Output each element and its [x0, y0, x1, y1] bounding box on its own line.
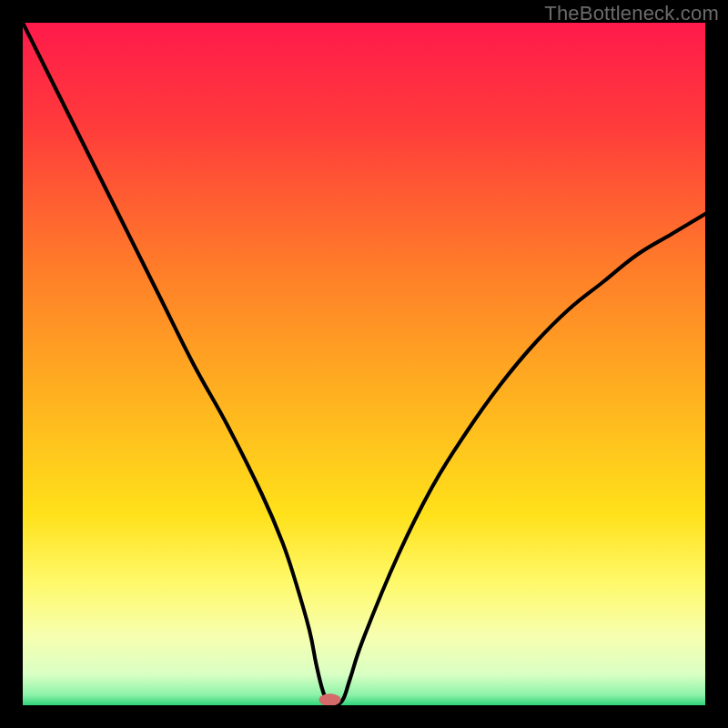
plot-area: [23, 23, 705, 705]
gradient-background: [23, 23, 705, 705]
chart-frame: TheBottleneck.com: [0, 0, 728, 728]
chart-svg: [23, 23, 705, 705]
